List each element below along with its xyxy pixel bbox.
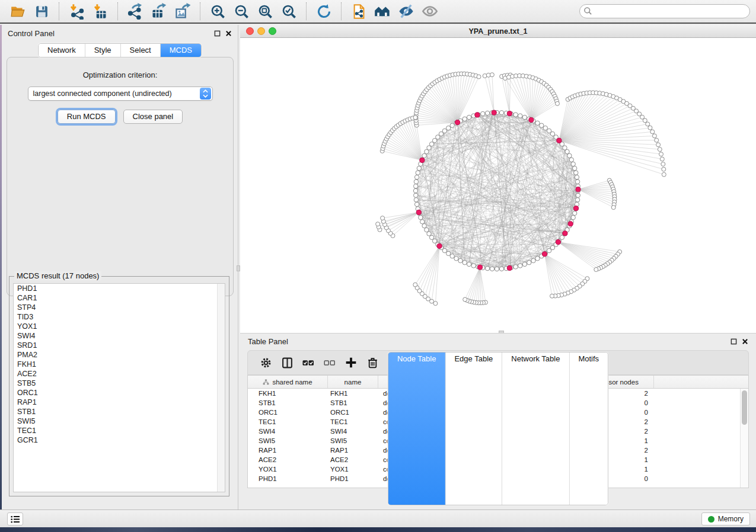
table-tab-network-table[interactable]: Network Table <box>502 352 569 505</box>
plus-icon <box>345 357 357 368</box>
refresh-view-button[interactable] <box>312 1 336 21</box>
save-floppy-icon <box>34 4 49 19</box>
search-input[interactable] <box>579 4 750 18</box>
zoom-selected-icon <box>281 4 297 20</box>
trash-icon <box>367 357 378 368</box>
new-network-from-selection-button[interactable] <box>347 1 371 21</box>
zoom-in-button[interactable] <box>206 1 229 21</box>
mcds-list-scrollbar[interactable] <box>217 284 225 492</box>
export-network-icon <box>127 3 143 20</box>
mcds-result-item[interactable]: FKH1 <box>14 360 225 369</box>
minimize-traffic-light[interactable] <box>257 27 265 35</box>
zoom-traffic-light[interactable] <box>269 27 276 35</box>
import-table-button[interactable] <box>88 1 112 21</box>
select-all-button[interactable] <box>298 354 319 371</box>
close-icon[interactable] <box>225 30 232 37</box>
mcds-result-item[interactable]: RAP1 <box>14 398 225 407</box>
export-network-button[interactable] <box>123 1 147 21</box>
column-header-shared-name[interactable]: shared name <box>248 376 328 388</box>
task-history-button[interactable] <box>7 512 23 525</box>
checked-boxes-icon <box>302 357 315 368</box>
optimization-criterion-label: Optimization criterion: <box>7 70 233 79</box>
mcds-result-item[interactable]: STB1 <box>14 407 225 416</box>
mcds-result-item[interactable]: TEC1 <box>14 426 225 435</box>
mcds-result-item[interactable]: TID3 <box>14 312 225 322</box>
hide-selection-button[interactable] <box>394 1 418 21</box>
mcds-result-title: MCDS result (17 nodes) <box>14 271 101 280</box>
show-all-nodes-button[interactable] <box>371 1 394 21</box>
cell-shared-name: TEC1 <box>248 418 328 425</box>
run-mcds-button[interactable]: Run MCDS <box>58 110 116 124</box>
table-tab-motifs[interactable]: Motifs <box>569 352 608 505</box>
column-header-name[interactable]: name <box>328 376 378 388</box>
add-row-button[interactable] <box>340 354 362 371</box>
delete-row-button[interactable] <box>362 354 383 371</box>
fit-content-icon <box>257 4 273 20</box>
table-tab-node-table[interactable]: Node Table <box>388 352 446 505</box>
mcds-result-item[interactable]: ACE2 <box>14 369 225 379</box>
cell-name: FKH1 <box>328 390 378 397</box>
column-type-icon <box>263 379 269 385</box>
close-icon[interactable] <box>742 338 748 345</box>
cell-shared-name: SWI5 <box>248 437 328 444</box>
close-traffic-light[interactable] <box>246 27 254 35</box>
toolbar-separator <box>306 2 307 20</box>
criterion-select[interactable]: largest connected component (undirected) <box>28 86 213 101</box>
network-canvas[interactable] <box>240 38 756 333</box>
mcds-result-item[interactable]: CAR1 <box>14 293 225 303</box>
float-icon[interactable] <box>731 338 737 345</box>
cell-name: RAP1 <box>328 447 378 454</box>
open-session-button[interactable] <box>6 1 30 21</box>
export-image-button[interactable] <box>171 1 194 21</box>
unselect-all-button[interactable] <box>319 354 340 371</box>
close-panel-button[interactable]: Close panel <box>123 110 183 124</box>
tab-style[interactable]: Style <box>85 44 121 57</box>
tab-select[interactable]: Select <box>121 44 161 57</box>
houses-icon <box>374 3 391 20</box>
memory-button[interactable]: Memory <box>701 512 750 525</box>
cell-name: YOX1 <box>328 466 378 473</box>
table-panel: Table Panel f(x) shared namenameMCDS rol… <box>240 333 756 508</box>
save-session-button[interactable] <box>30 1 53 21</box>
mcds-result-item[interactable]: PMA2 <box>14 350 225 360</box>
export-image-icon <box>174 3 191 20</box>
import-network-icon <box>69 4 85 20</box>
export-table-button[interactable] <box>147 1 171 21</box>
show-selection-button[interactable] <box>418 1 442 21</box>
float-icon[interactable] <box>214 30 221 37</box>
column-header-filler <box>654 376 748 388</box>
fit-content-button[interactable] <box>253 1 277 21</box>
cell-shared-name: RAP1 <box>248 447 328 454</box>
tab-network[interactable]: Network <box>39 44 85 57</box>
mcds-result-item[interactable]: STP4 <box>14 303 225 312</box>
mcds-result-list[interactable]: PHD1CAR1STP4TID3YOX1SWI4SRD1PMA2FKH1ACE2… <box>13 283 225 492</box>
mcds-result-item[interactable]: SRD1 <box>14 341 225 350</box>
column-header-label: shared name <box>272 379 312 386</box>
show-column-button[interactable] <box>276 354 298 371</box>
network-window-titlebar[interactable]: YPA_prune.txt_1 <box>240 25 756 38</box>
mcds-result-item[interactable]: PHD1 <box>14 284 225 293</box>
cell-name: PHD1 <box>328 475 378 482</box>
mcds-result-item[interactable]: SWI4 <box>14 331 225 341</box>
table-tab-edge-table[interactable]: Edge Table <box>445 352 502 505</box>
zoom-in-icon <box>210 4 226 20</box>
table-panel-title: Table Panel <box>248 337 288 346</box>
toolbar-separator <box>117 2 118 20</box>
mcds-result-item[interactable]: STB5 <box>14 379 225 388</box>
table-scrollbar-thumb[interactable] <box>742 390 747 425</box>
tab-mcds[interactable]: MCDS <box>161 44 201 57</box>
cell-name: ACE2 <box>328 456 378 463</box>
table-scrollbar[interactable] <box>740 389 748 488</box>
mcds-result-item[interactable]: ORC1 <box>14 388 225 398</box>
mcds-result-item[interactable]: SWI5 <box>14 416 225 426</box>
zoom-selected-button[interactable] <box>277 1 301 21</box>
mcds-result-item[interactable]: GCR1 <box>14 435 225 445</box>
memory-label: Memory <box>718 515 744 523</box>
cell-shared-name: SWI4 <box>248 428 328 435</box>
zoom-out-button[interactable] <box>229 1 253 21</box>
mcds-result-item[interactable]: YOX1 <box>14 322 225 331</box>
export-table-icon <box>151 3 167 20</box>
table-settings-button[interactable] <box>255 354 276 371</box>
import-network-button[interactable] <box>65 1 88 21</box>
cell-name: SWI4 <box>328 428 378 435</box>
